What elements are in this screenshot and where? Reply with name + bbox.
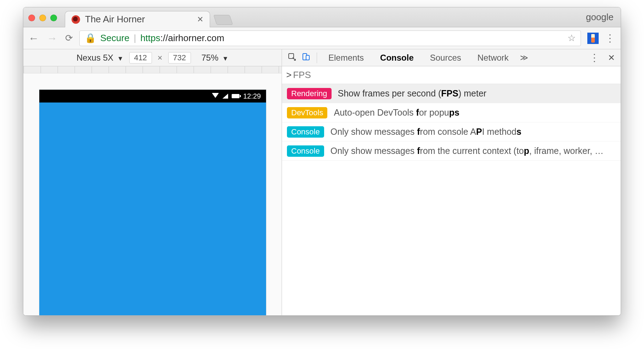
nav-forward-button[interactable]: → xyxy=(47,32,57,44)
command-prefix: > xyxy=(286,70,292,81)
command-label: Auto-open DevTools for popups xyxy=(334,107,459,118)
device-toolbar: Nexus 5X ▼ × 75% ▼ xyxy=(23,49,282,66)
command-label: Only show messages from the current cont… xyxy=(331,146,604,156)
traffic-lights xyxy=(28,15,57,21)
browser-window: The Air Horner ✕ google ← → ⟳ 🔒 Secure |… xyxy=(23,7,621,316)
separator: | xyxy=(134,33,136,44)
address-bar: ← → ⟳ 🔒 Secure | https://airhorner.com ☆… xyxy=(23,27,621,49)
command-label: Show frames per second (FPS) meter xyxy=(338,88,487,99)
chevron-down-icon: ▼ xyxy=(222,55,228,62)
lighthouse-extension-icon[interactable] xyxy=(587,33,599,44)
command-menu-item[interactable]: ConsoleOnly show messages from console A… xyxy=(282,122,621,142)
zoom-value: 75% xyxy=(202,53,219,62)
phone-clock: 12:29 xyxy=(243,92,261,100)
ruler xyxy=(23,66,282,73)
command-category-badge: Rendering xyxy=(287,88,332,99)
url: https://airhorner.com xyxy=(140,33,224,44)
content-split: Nexus 5X ▼ × 75% ▼ xyxy=(23,49,621,315)
devtools-tab-sources[interactable]: Sources xyxy=(428,50,463,66)
devtools-more-tabs[interactable]: ≫ xyxy=(520,53,528,62)
tab-close-button[interactable]: ✕ xyxy=(197,15,203,24)
chevron-down-icon: ▼ xyxy=(117,55,124,62)
devtools-menu-button[interactable]: ⋮ xyxy=(589,52,600,63)
command-category-badge: Console xyxy=(287,145,324,157)
devtools-toolbar: ElementsConsoleSourcesNetwork ≫ ⋮ ✕ xyxy=(282,49,621,66)
bookmark-star-icon[interactable]: ☆ xyxy=(567,33,576,44)
emulated-phone: 12:29 xyxy=(39,90,266,315)
command-menu-list: RenderingShow frames per second (FPS) me… xyxy=(282,84,621,161)
device-viewport[interactable]: 12:29 xyxy=(23,73,282,315)
browser-tab[interactable]: The Air Horner ✕ xyxy=(65,11,210,27)
nav-reload-button[interactable]: ⟳ xyxy=(65,33,73,44)
device-name: Nexus 5X xyxy=(77,53,113,62)
devtools-tab-console[interactable]: Console xyxy=(378,50,416,66)
command-label: Only show messages from console API meth… xyxy=(331,127,521,137)
profile-label[interactable]: google xyxy=(586,12,614,23)
battery-icon xyxy=(232,94,239,98)
device-selector[interactable]: Nexus 5X ▼ xyxy=(77,53,124,63)
devtools-tabs: ElementsConsoleSourcesNetwork xyxy=(326,50,511,66)
inspect-element-icon[interactable] xyxy=(288,52,296,63)
dimension-x: × xyxy=(158,53,163,63)
url-scheme: https xyxy=(140,33,160,43)
toggle-device-toolbar-icon[interactable] xyxy=(302,52,310,63)
device-width-input[interactable] xyxy=(129,52,152,63)
zoom-selector[interactable]: 75% ▼ xyxy=(202,53,229,63)
url-host: ://airhorner.com xyxy=(160,33,225,43)
secure-label: Secure xyxy=(100,33,129,44)
lock-icon: 🔒 xyxy=(85,33,96,44)
titlebar: The Air Horner ✕ google xyxy=(23,7,621,27)
command-menu-item[interactable]: RenderingShow frames per second (FPS) me… xyxy=(282,84,621,103)
devtools-tab-elements[interactable]: Elements xyxy=(326,50,366,66)
devtools-tab-network[interactable]: Network xyxy=(475,50,511,66)
svg-rect-2 xyxy=(306,55,309,60)
command-menu-item[interactable]: ConsoleOnly show messages from the curre… xyxy=(282,142,621,161)
wifi-icon xyxy=(212,93,219,98)
command-menu-input-row: > xyxy=(282,66,621,84)
favicon-icon xyxy=(72,15,80,24)
phone-statusbar: 12:29 xyxy=(39,90,266,103)
command-menu-input[interactable] xyxy=(292,70,616,81)
device-height-input[interactable] xyxy=(168,52,191,63)
command-category-badge: Console xyxy=(287,126,324,138)
device-preview-pane: Nexus 5X ▼ × 75% ▼ xyxy=(23,49,282,315)
nav-back-button[interactable]: ← xyxy=(28,32,39,44)
devtools-pane: ElementsConsoleSourcesNetwork ≫ ⋮ ✕ > Re… xyxy=(282,49,621,315)
new-tab-button[interactable] xyxy=(213,15,233,25)
command-menu-item[interactable]: DevToolsAuto-open DevTools for popups xyxy=(282,103,621,122)
window-close-button[interactable] xyxy=(28,15,35,21)
tab-title: The Air Horner xyxy=(85,14,145,25)
window-zoom-button[interactable] xyxy=(50,15,57,21)
window-minimize-button[interactable] xyxy=(39,15,46,21)
browser-menu-button[interactable]: ⋮ xyxy=(605,32,616,44)
omnibox[interactable]: 🔒 Secure | https://airhorner.com ☆ xyxy=(79,31,581,46)
devtools-close-button[interactable]: ✕ xyxy=(608,53,615,63)
cell-signal-icon xyxy=(222,94,228,99)
command-category-badge: DevTools xyxy=(287,107,327,118)
